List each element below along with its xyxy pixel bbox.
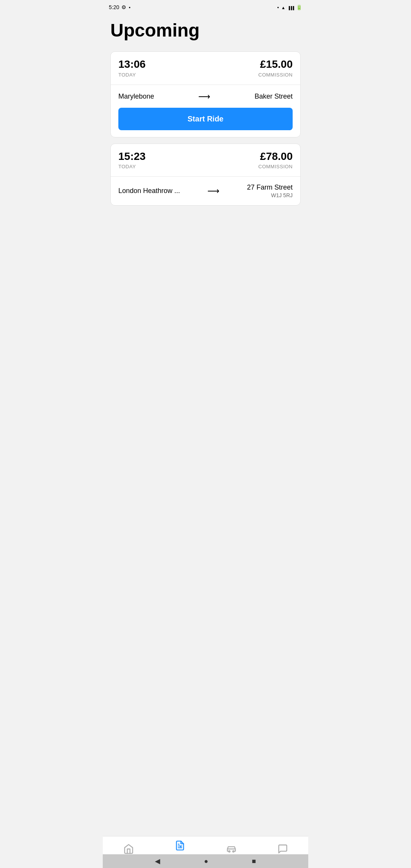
ride-card-1-header: 13:06 TODAY £15.00 COMMISSION bbox=[111, 52, 300, 85]
status-bar-left: 5:20 ⚙ ● bbox=[109, 4, 131, 10]
ride-1-time-block: 13:06 TODAY bbox=[118, 59, 146, 78]
ride-card-1-body: Marylebone ⟶ Baker Street Start Ride bbox=[111, 85, 300, 137]
ride-1-time: 13:06 bbox=[118, 59, 146, 70]
ride-2-time: 15:23 bbox=[118, 151, 146, 163]
ride-2-day: TODAY bbox=[118, 164, 146, 169]
ride-2-commission-amount: £78.00 bbox=[258, 151, 293, 163]
page-title: Upcoming bbox=[110, 21, 301, 41]
ride-1-from: Marylebone bbox=[118, 93, 154, 101]
ride-1-day: TODAY bbox=[118, 72, 146, 78]
start-ride-button[interactable]: Start Ride bbox=[118, 108, 293, 130]
settings-icon: ⚙ bbox=[121, 4, 126, 10]
ride-card-1: 13:06 TODAY £15.00 COMMISSION Marylebone… bbox=[110, 51, 301, 137]
ride-2-to-sub: W1J 5RJ bbox=[247, 192, 293, 198]
recents-button[interactable]: ■ bbox=[247, 856, 261, 867]
ride-2-commission-label: COMMISSION bbox=[258, 164, 293, 169]
dot-indicator-right: ● bbox=[277, 6, 279, 9]
ride-2-time-block: 15:23 TODAY bbox=[118, 151, 146, 170]
ride-2-route: London Heathrow ... ⟶ 27 Farm Street W1J… bbox=[118, 183, 293, 198]
signal-icon bbox=[288, 4, 294, 11]
main-content: Upcoming 13:06 TODAY £15.00 COMMISSION M… bbox=[103, 13, 308, 250]
ride-1-arrow: ⟶ bbox=[198, 92, 210, 102]
back-button[interactable]: ◀ bbox=[150, 855, 165, 867]
ride-1-commission-label: COMMISSION bbox=[258, 72, 293, 78]
ride-1-commission-block: £15.00 COMMISSION bbox=[258, 59, 293, 78]
ride-2-from: London Heathrow ... bbox=[118, 187, 180, 195]
home-button[interactable]: ● bbox=[199, 856, 213, 867]
ride-card-2-body: London Heathrow ... ⟶ 27 Farm Street W1J… bbox=[111, 177, 300, 205]
status-bar-right: ● bbox=[277, 4, 302, 11]
battery-icon bbox=[296, 4, 302, 11]
dot-indicator: ● bbox=[129, 6, 131, 9]
upcoming-icon bbox=[175, 840, 185, 854]
android-nav: ◀ ● ■ bbox=[103, 854, 308, 868]
svg-point-3 bbox=[233, 851, 234, 852]
status-bar: 5:20 ⚙ ● ● bbox=[103, 0, 308, 13]
status-time: 5:20 bbox=[109, 4, 119, 10]
ride-card-2-header: 15:23 TODAY £78.00 COMMISSION bbox=[111, 144, 300, 177]
ride-2-to-block: 27 Farm Street W1J 5RJ bbox=[247, 183, 293, 198]
svg-point-2 bbox=[229, 851, 230, 852]
wifi-icon bbox=[281, 4, 285, 11]
ride-2-commission-block: £78.00 COMMISSION bbox=[258, 151, 293, 170]
ride-2-to: 27 Farm Street bbox=[247, 183, 293, 191]
ride-1-to: Baker Street bbox=[255, 93, 293, 101]
ride-1-commission-amount: £15.00 bbox=[258, 59, 293, 70]
ride-card-2: 15:23 TODAY £78.00 COMMISSION London Hea… bbox=[110, 144, 301, 206]
ride-1-route: Marylebone ⟶ Baker Street bbox=[118, 92, 293, 102]
ride-2-arrow: ⟶ bbox=[207, 186, 220, 196]
